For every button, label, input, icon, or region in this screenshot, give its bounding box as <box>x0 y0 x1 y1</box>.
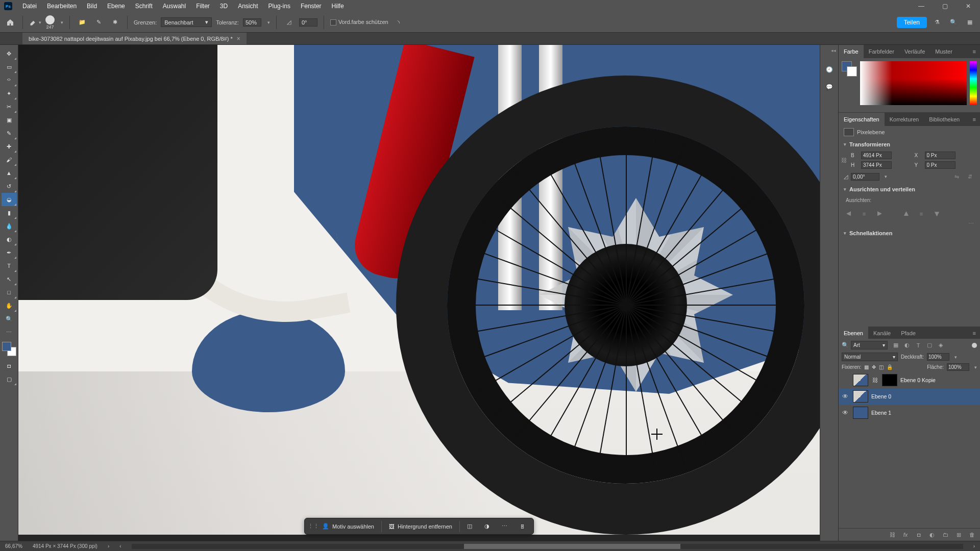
scroll-left-button[interactable]: ‹ <box>119 543 121 549</box>
pen-tool[interactable]: ✒ <box>2 246 17 259</box>
maximize-button[interactable]: ▢ <box>933 0 957 12</box>
eyedropper-tool[interactable]: ✎ <box>2 127 17 140</box>
color-swatches[interactable] <box>2 342 16 356</box>
angle-input[interactable]: 0° <box>299 18 317 27</box>
tolerance-input[interactable]: 50% <box>243 18 261 27</box>
adjust-button[interactable]: ◑ <box>479 520 495 532</box>
menu-select[interactable]: Auswahl <box>158 0 191 12</box>
menu-type[interactable]: Schrift <box>130 0 158 12</box>
menu-edit[interactable]: Bearbeiten <box>42 0 82 12</box>
filter-shape-icon[interactable]: ▢ <box>925 342 934 349</box>
layer-name-label[interactable]: Ebene 0 Kopie <box>900 377 936 383</box>
transform-header[interactable]: ▾Transformieren <box>839 138 980 151</box>
fill-input[interactable]: 100% <box>947 363 969 371</box>
scroll-right-button[interactable]: › <box>973 543 975 549</box>
transform-button[interactable]: ◫ <box>462 520 477 532</box>
history-panel-icon[interactable]: 🕘 <box>823 63 836 76</box>
edit-toolbar-button[interactable]: ⋯ <box>2 325 17 339</box>
doc-dimensions[interactable]: 4914 Px × 3744 Px (300 ppi) <box>33 543 97 549</box>
visibility-toggle[interactable]: 👁 <box>841 393 850 400</box>
menu-window[interactable]: Fenster <box>296 0 327 12</box>
healing-tool[interactable]: ✚ <box>2 140 17 153</box>
align-header[interactable]: ▾Ausrichten und verteilen <box>839 183 980 195</box>
tab-swatches[interactable]: Farbfelder <box>864 45 899 58</box>
comments-panel-icon[interactable]: 💬 <box>823 81 836 93</box>
menu-layer[interactable]: Ebene <box>102 0 130 12</box>
lock-artboard-icon[interactable]: ◫ <box>879 364 884 370</box>
tab-layers[interactable]: Ebenen <box>839 327 868 339</box>
tab-gradients[interactable]: Verläufe <box>899 45 930 58</box>
layer-mask-button[interactable]: ◘ <box>915 531 923 539</box>
lasso-tool[interactable]: ⌔ <box>2 73 17 87</box>
panel-menu-button[interactable]: ≡ <box>969 327 980 339</box>
pressure-button[interactable]: ✱ <box>109 16 121 29</box>
tab-properties[interactable]: Eigenschaften <box>839 113 885 126</box>
canvas-area[interactable]: ⋮⋮ 👤 Motiv auswählen 🖼 Hintergrund entfe… <box>18 45 820 541</box>
protect-foreground-checkbox[interactable]: Vord.farbe schützen <box>330 19 388 26</box>
layer-name-label[interactable]: Ebene 0 <box>871 393 891 399</box>
menu-filter[interactable]: Filter <box>191 0 215 12</box>
document-canvas[interactable] <box>18 45 820 535</box>
link-dimensions-button[interactable]: ⛓ <box>839 157 846 163</box>
h-scrollbar[interactable] <box>132 544 963 549</box>
mask-link-icon[interactable]: ⛓ <box>871 377 879 383</box>
status-caret[interactable]: › <box>108 543 109 549</box>
tool-preset-button[interactable]: ▾ <box>29 16 41 29</box>
zoom-level[interactable]: 66,67% <box>5 543 22 549</box>
adjustment-layer-button[interactable]: ◐ <box>928 531 936 539</box>
width-input[interactable] <box>861 152 892 159</box>
layer-row[interactable]: ⛓ Ebene 0 Kopie <box>839 372 980 388</box>
pressure-size-button[interactable]: ৲ <box>393 16 405 29</box>
panel-menu-button[interactable]: ≡ <box>969 113 980 126</box>
tab-adjustments[interactable]: Korrekturen <box>885 113 924 126</box>
history-brush-tool[interactable]: ↺ <box>2 180 17 193</box>
shape-tool[interactable]: □ <box>2 286 17 299</box>
y-input[interactable] <box>925 161 955 169</box>
flip-h-button[interactable]: ⇋ <box>951 172 962 181</box>
layer-thumbnail[interactable] <box>853 390 868 403</box>
menu-image[interactable]: Bild <box>82 0 102 12</box>
menu-file[interactable]: Datei <box>17 0 42 12</box>
filter-type-icon[interactable]: T <box>914 342 922 349</box>
height-input[interactable] <box>861 161 892 169</box>
menu-plugins[interactable]: Plug-ins <box>263 0 296 12</box>
hand-tool[interactable]: ✋ <box>2 299 17 312</box>
share-button[interactable]: Teilen <box>897 17 927 28</box>
marquee-tool[interactable]: ▭ <box>2 60 17 73</box>
properties-button[interactable]: 🎚 <box>514 521 530 532</box>
quick-select-tool[interactable]: ✦ <box>2 87 17 100</box>
tab-paths[interactable]: Pfade <box>896 327 921 339</box>
stamp-tool[interactable]: ▲ <box>2 166 17 180</box>
frame-tool[interactable]: ▣ <box>2 113 17 127</box>
blur-tool[interactable]: 💧 <box>2 219 17 233</box>
opacity-input[interactable]: 100% <box>927 353 949 361</box>
close-button[interactable]: ✕ <box>957 0 980 12</box>
sample-button[interactable]: ✎ <box>92 16 105 29</box>
zoom-tool[interactable]: 🔍 <box>2 312 17 325</box>
link-layers-button[interactable]: ⛓ <box>888 531 896 539</box>
tab-libraries[interactable]: Bibliotheken <box>924 113 965 126</box>
fg-bg-swatch[interactable] <box>842 61 857 77</box>
path-select-tool[interactable]: ↖ <box>2 272 17 286</box>
flip-v-button[interactable]: ⇵ <box>965 172 975 181</box>
x-input[interactable] <box>925 152 955 159</box>
tab-channels[interactable]: Kanäle <box>868 327 896 339</box>
blend-mode-select[interactable]: Normal▾ <box>842 353 898 361</box>
dodge-tool[interactable]: ◐ <box>2 233 17 246</box>
align-bottom-button[interactable]: ⯆ <box>932 209 942 218</box>
visibility-toggle[interactable]: 👁 <box>841 409 850 416</box>
filter-toggle[interactable] <box>972 343 977 348</box>
document-tab[interactable]: bike-3073082 nattapol deejitwasin auf Pi… <box>22 33 247 44</box>
lock-all-icon[interactable]: 🔒 <box>887 364 893 370</box>
more-button[interactable]: ⋯ <box>497 520 512 532</box>
filter-kind-select[interactable]: Art▾ <box>851 341 888 349</box>
panel-menu-button[interactable]: ≡ <box>969 45 980 58</box>
align-left-button[interactable]: ⯇ <box>844 209 854 218</box>
move-tool[interactable]: ✥ <box>2 47 17 60</box>
align-top-button[interactable]: ⯅ <box>901 209 911 218</box>
layer-thumbnail[interactable] <box>853 374 868 386</box>
color-field[interactable] <box>860 61 967 105</box>
align-right-button[interactable]: ⯈ <box>874 209 885 218</box>
tab-color[interactable]: Farbe <box>839 45 864 58</box>
delete-layer-button[interactable]: 🗑 <box>968 531 976 539</box>
